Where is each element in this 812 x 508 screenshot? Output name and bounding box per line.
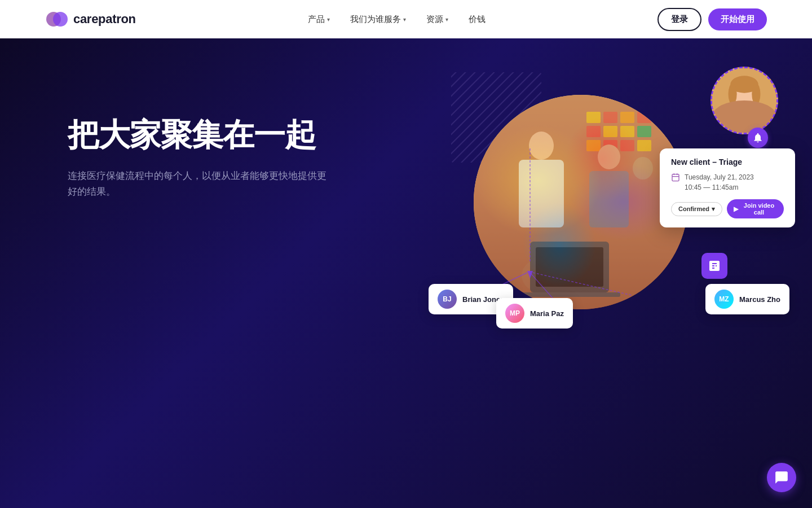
avatar-maria: MP	[505, 304, 524, 323]
chat-button[interactable]	[767, 463, 796, 492]
logo[interactable]: carepatron	[45, 7, 136, 31]
svg-point-17	[529, 132, 554, 160]
nav-item-pricing[interactable]: 价钱	[469, 14, 486, 25]
person-card-marcus: MZ Marcus Zho	[705, 284, 789, 314]
appt-card-title: New client – Triage	[671, 157, 784, 167]
main-photo-circle	[474, 95, 688, 309]
svg-rect-11	[620, 126, 634, 137]
person-name-marcus: Marcus Zho	[739, 295, 780, 304]
appt-date-text: Tuesday, July 21, 2023 10:45 — 11:45am	[685, 172, 754, 192]
start-button[interactable]: 开始使用	[708, 8, 767, 30]
chat-icon	[774, 470, 789, 485]
svg-rect-9	[586, 126, 601, 137]
health-icon	[708, 259, 721, 273]
avatar-circle	[710, 67, 778, 134]
svg-point-22	[633, 157, 653, 179]
svg-rect-8	[637, 112, 651, 123]
logo-text: carepatron	[73, 12, 136, 27]
person-name-maria: Maria Paz	[530, 309, 564, 318]
nav-actions: 登录 开始使用	[657, 8, 767, 31]
notification-bell	[748, 128, 768, 148]
health-icon-badge	[701, 253, 727, 279]
nav-links: 产品 ▾ 我们为谁服务 ▾ 资源 ▾ 价钱	[308, 14, 486, 25]
nav-item-services[interactable]: 我们为谁服务 ▾	[350, 14, 406, 25]
svg-rect-6	[603, 112, 617, 123]
nav-item-products[interactable]: 产品 ▾	[308, 14, 330, 25]
avatar-brian: BJ	[438, 290, 457, 309]
svg-rect-25	[519, 292, 620, 297]
hero-section: 把大家聚集在一起 连接医疗保健流程中的每个人，以便从业者能够更快地提供更好的结果…	[0, 38, 812, 508]
confirmed-button[interactable]: Confirmed ▾	[671, 202, 722, 216]
appointment-card: New client – Triage Tuesday, July 21, 20…	[660, 148, 795, 227]
avatar-marcus: MZ	[714, 290, 734, 309]
chevron-down-icon: ▾	[712, 205, 715, 213]
svg-rect-18	[519, 160, 564, 227]
chevron-down-icon: ▾	[445, 16, 448, 23]
svg-rect-10	[603, 126, 617, 137]
appt-date-row: Tuesday, July 21, 2023 10:45 — 11:45am	[671, 172, 784, 192]
svg-point-32	[752, 84, 760, 105]
avatar-image	[712, 68, 776, 133]
svg-rect-5	[586, 112, 601, 123]
video-icon: ▶	[734, 205, 738, 213]
navbar: carepatron 产品 ▾ 我们为谁服务 ▾ 资源 ▾ 价钱 登录 开始使用	[0, 0, 812, 38]
svg-rect-16	[637, 140, 651, 151]
svg-point-20	[598, 144, 620, 169]
person-card-maria: MP Maria Paz	[496, 298, 573, 329]
join-video-button[interactable]: ▶ Join video call	[727, 199, 784, 218]
svg-rect-33	[672, 174, 679, 181]
svg-rect-21	[589, 171, 629, 227]
hero-illustration: New client – Triage Tuesday, July 21, 20…	[417, 61, 778, 422]
login-button[interactable]: 登录	[657, 8, 701, 31]
svg-rect-13	[586, 140, 601, 151]
hero-subtitle: 连接医疗保健流程中的每个人，以便从业者能够更快地提供更好的结果。	[68, 168, 327, 201]
svg-rect-7	[620, 112, 634, 123]
appt-actions: Confirmed ▾ ▶ Join video call	[671, 199, 784, 218]
svg-rect-15	[620, 140, 634, 151]
calendar-icon	[671, 173, 680, 182]
chevron-down-icon: ▾	[403, 16, 406, 23]
svg-point-31	[729, 84, 737, 105]
nav-item-resources[interactable]: 资源 ▾	[426, 14, 448, 25]
svg-rect-24	[536, 247, 603, 287]
svg-rect-12	[637, 126, 651, 137]
chevron-down-icon: ▾	[327, 16, 330, 23]
svg-point-1	[53, 12, 68, 27]
hero-content: 把大家聚集在一起 连接医疗保健流程中的每个人，以便从业者能够更快地提供更好的结果…	[0, 84, 327, 200]
hero-title: 把大家聚集在一起	[68, 117, 327, 152]
